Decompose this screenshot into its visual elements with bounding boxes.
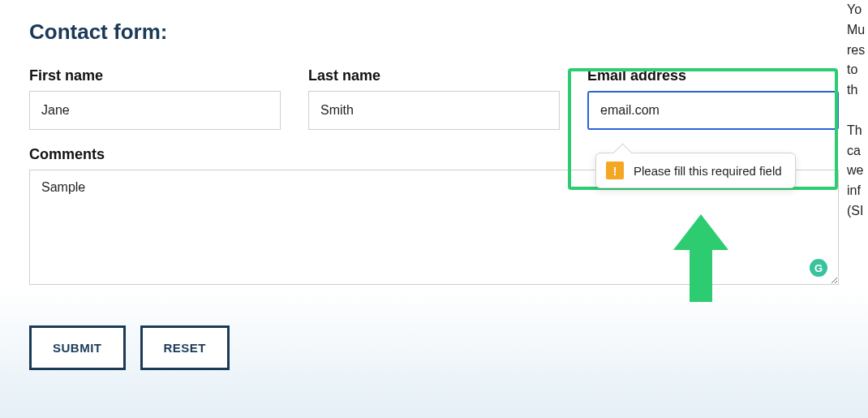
side-article-text: Yo Mu res to th Th ca we inf (SI <box>847 0 868 222</box>
validation-message: Please fill this required field <box>634 164 782 178</box>
email-field: Email address <box>587 67 839 130</box>
submit-button[interactable]: SUBMIT <box>29 325 126 370</box>
warning-icon: ! <box>606 162 624 179</box>
button-row: SUBMIT RESET <box>29 325 839 370</box>
email-label: Email address <box>587 67 839 84</box>
first-name-label: First name <box>29 67 281 84</box>
first-name-input[interactable] <box>29 91 281 130</box>
last-name-input[interactable] <box>308 91 560 130</box>
first-name-field: First name <box>29 67 281 130</box>
form-title: Contact form: <box>29 19 839 45</box>
reset-button[interactable]: RESET <box>140 325 230 370</box>
grammarly-icon[interactable]: G <box>810 259 827 277</box>
last-name-label: Last name <box>308 67 560 84</box>
name-email-row: First name Last name Email address <box>29 67 839 130</box>
contact-form-page: Contact form: First name Last name Email… <box>0 0 868 418</box>
validation-tooltip: ! Please fill this required field <box>595 153 796 188</box>
last-name-field: Last name <box>308 67 560 130</box>
email-input[interactable] <box>587 91 839 130</box>
